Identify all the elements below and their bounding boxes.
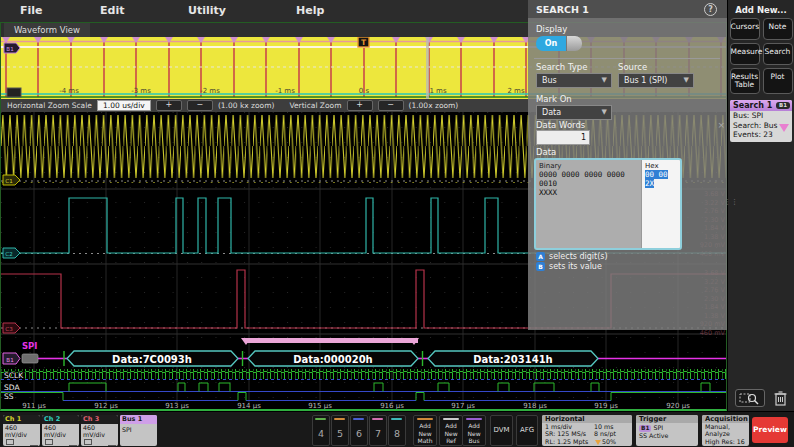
add-new-label: Add New... [728, 5, 794, 15]
search-1-badge: B1 [776, 102, 790, 109]
mark-on-dropdown[interactable]: Data▼ [536, 105, 612, 120]
svg-text:2 ms: 2 ms [507, 87, 524, 95]
channel-2-badge[interactable]: Ch 2 460 mV/div 50 MHz [42, 415, 79, 446]
oscilloscope-screen: File Edit Utility Help Waveform View [0, 0, 794, 447]
vertical-zoom-plus-button[interactable]: + [347, 100, 373, 111]
binary-value-line2: XXXX [539, 188, 638, 197]
bandwidth-icon [30, 445, 38, 446]
search-type-dropdown[interactable]: Bus▼ [536, 73, 612, 88]
channel-8-button[interactable]: 8 [388, 415, 406, 446]
svg-text:914 µs: 914 µs [237, 402, 261, 409]
tab-waveform-view[interactable]: Waveform View [4, 23, 90, 37]
bus-handle-chip[interactable] [22, 354, 38, 363]
vertical-zoom-label: Vertical Zoom [289, 101, 341, 110]
channel-3-badge[interactable]: Ch 3 460 mV/div 50 MHz [81, 415, 118, 446]
data-entry-box[interactable]: Binary 0000 0000 0000 0000 0010 XXXX Hex… [534, 158, 682, 250]
search-1-card[interactable]: Search 1 B1 Bus: SPI Search: Bus Events:… [730, 100, 792, 142]
horizontal-zoom-factor: (1.00 kx zoom) [218, 101, 275, 110]
binary-value-line1: 0000 0000 0000 0000 0010 [539, 170, 638, 188]
svg-text:917 µs: 917 µs [451, 402, 475, 409]
source-dropdown[interactable]: Bus 1 (SPI)▼ [618, 73, 694, 88]
afg-button[interactable]: AFG [516, 415, 538, 446]
binary-field[interactable]: Binary 0000 0000 0000 0000 0010 XXXX [536, 160, 641, 248]
svg-text:920 µs: 920 µs [666, 402, 690, 409]
bottom-status-bar: Ch 1 460 mV/div 50 MHz Ch 2 460 mV/div 5… [0, 411, 794, 447]
display-toggle[interactable]: On [536, 36, 582, 51]
trigger-position-marker[interactable]: T [358, 37, 369, 47]
bus-label: SPI [22, 341, 38, 351]
zoom-mode-button[interactable] [735, 389, 765, 407]
channel-6-button[interactable]: 6 [350, 415, 368, 446]
hex-value-line1: 00 00 [645, 170, 668, 179]
ss-label: SS [4, 392, 14, 401]
menu-utility[interactable]: Utility [188, 4, 226, 17]
svg-text:-2 ms: -2 ms [200, 87, 220, 95]
dvm-button[interactable]: DVM [490, 415, 513, 446]
bandwidth-icon [69, 445, 77, 446]
svg-text:912 µs: 912 µs [94, 402, 118, 409]
close-icon[interactable]: × [717, 120, 725, 130]
svg-text:T: T [361, 38, 367, 47]
svg-text:0 s: 0 s [359, 87, 370, 95]
add-note-button[interactable]: Note [763, 18, 793, 40]
svg-text:Data:000020h: Data:000020h [293, 354, 372, 365]
svg-text:C2: C2 [5, 251, 12, 257]
menu-edit[interactable]: Edit [100, 4, 124, 17]
divider [534, 58, 720, 59]
bus-1-badge[interactable]: Bus 1 SPI [120, 415, 157, 446]
svg-text:918 µs: 918 µs [523, 402, 547, 409]
horizontal-panel[interactable]: Horizontal 1 ms/div10 ms SR: 125 MS/s8 n… [542, 415, 632, 446]
data-words-input[interactable] [536, 130, 590, 145]
horizontal-zoom-scale-label: Horizontal Zoom Scale [7, 101, 92, 110]
channel-1-badge[interactable]: Ch 1 460 mV/div 50 MHz [3, 415, 40, 446]
trigger-panel[interactable]: Trigger B1 SPI SS Active [636, 415, 698, 446]
svg-text:B1: B1 [6, 357, 13, 363]
chevron-down-icon: ▼ [684, 74, 689, 87]
menu-help[interactable]: Help [296, 4, 324, 17]
source-label: Source [618, 62, 647, 72]
add-cursors-button[interactable]: Cursors [730, 18, 760, 40]
horizontal-zoom-minus-button[interactable]: − [187, 100, 213, 111]
vertical-zoom-factor: (1.00x zoom) [409, 101, 459, 110]
svg-text:913 µs: 913 µs [165, 402, 189, 409]
mark-on-label: Mark On [536, 94, 572, 104]
bus-badge[interactable]: B1 [3, 353, 20, 364]
sclk-label: SCLK [4, 371, 24, 380]
overview-channel-badge-stack [7, 88, 21, 97]
search-panel-title: SEARCH 1 [536, 4, 589, 15]
zoom-box-icon [736, 390, 764, 406]
help-icon[interactable]: ? [704, 3, 717, 16]
data-label: Data [536, 147, 556, 157]
trigger-position-icon [595, 440, 601, 445]
menu-file[interactable]: File [20, 4, 43, 17]
search-1-bus-row: Bus: SPI [730, 111, 792, 121]
add-measure-button[interactable]: Measure [730, 43, 760, 65]
channel-7-button[interactable]: 7 [369, 415, 387, 446]
sda-label: SDA [4, 383, 20, 392]
hex-field[interactable]: Hex 00 00 2X [641, 160, 680, 248]
panel-splitter-handle[interactable]: ⋮⋮ [724, 200, 728, 214]
add-new-math-button[interactable]: AddNewMath [413, 415, 437, 446]
toggle-knob [566, 36, 582, 51]
acquisition-panel[interactable]: Acquisition Manual, Analyze High Res: 16… [702, 415, 749, 446]
add-plot-button[interactable]: Plot [763, 68, 793, 94]
add-search-button[interactable]: Search [763, 43, 793, 65]
preview-button[interactable]: Preview [752, 417, 788, 443]
horizontal-zoom-plus-button[interactable]: + [156, 100, 182, 111]
knob-b-icon: B [536, 262, 545, 271]
add-new-bus-button[interactable]: AddNewBus [462, 415, 486, 446]
channel-4-button[interactable]: 4 [312, 415, 330, 446]
search-panel-titlebar[interactable]: SEARCH 1 ? [528, 0, 727, 18]
svg-text:C3: C3 [5, 326, 13, 332]
horizontal-zoom-scale-input[interactable] [97, 100, 151, 111]
channel-5-button[interactable]: 5 [331, 415, 349, 446]
trash-icon[interactable] [773, 390, 788, 407]
bus-packet-1: Data:7C0093h [67, 351, 238, 366]
svg-text:-1 ms: -1 ms [275, 87, 295, 95]
vertical-zoom-minus-button[interactable]: − [378, 100, 404, 111]
add-new-ref-button[interactable]: AddNewRef [439, 415, 463, 446]
hint-a-text: selects digit(s) [549, 252, 608, 261]
add-results-table-button[interactable]: Results Table [730, 68, 760, 94]
overview-bus-badge: B1 [4, 43, 20, 53]
hint-b-text: sets its value [549, 262, 602, 271]
